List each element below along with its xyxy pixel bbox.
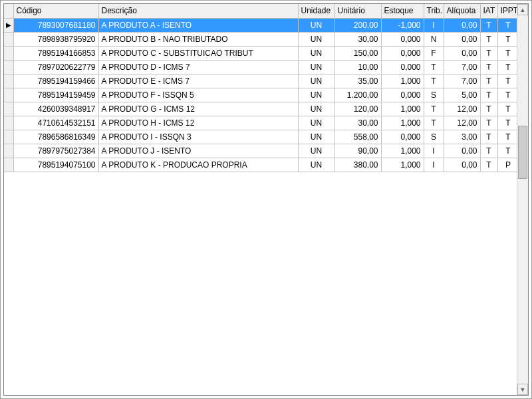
cell-codigo[interactable]: 7895194159459 bbox=[13, 88, 98, 102]
cell-descricao[interactable]: A PRODUTO G - ICMS 12 bbox=[98, 102, 298, 116]
cell-unidade[interactable]: UN bbox=[298, 32, 334, 46]
cell-trib[interactable]: T bbox=[424, 60, 444, 74]
cell-unitario[interactable]: 200,00 bbox=[334, 18, 381, 32]
cell-trib[interactable]: I bbox=[424, 158, 444, 172]
cell-unidade[interactable]: UN bbox=[298, 18, 334, 32]
table-row[interactable]: 7895194075100A PRODUTO K - PRODUCAO PROP… bbox=[4, 158, 517, 172]
cell-ippt[interactable]: T bbox=[497, 18, 517, 32]
header-iat[interactable]: IAT bbox=[480, 4, 497, 18]
cell-unidade[interactable]: UN bbox=[298, 116, 334, 130]
table-row[interactable]: 4260039348917A PRODUTO G - ICMS 12UN120,… bbox=[4, 102, 517, 116]
cell-ippt[interactable]: T bbox=[497, 74, 517, 88]
table-row[interactable]: 7898938795920A PRODUTO B - NAO TRIBUTADO… bbox=[4, 32, 517, 46]
cell-unitario[interactable]: 90,00 bbox=[334, 144, 381, 158]
cell-descricao[interactable]: A PRODUTO K - PRODUCAO PROPRIA bbox=[98, 158, 298, 172]
table-row[interactable]: 7897975027384A PRODUTO J - ISENTOUN90,00… bbox=[4, 144, 517, 158]
table-row[interactable]: 7895194159459A PRODUTO F - ISSQN 5UN1.20… bbox=[4, 88, 517, 102]
cell-estoque[interactable]: 1,000 bbox=[381, 102, 424, 116]
header-estoque[interactable]: Estoque bbox=[381, 4, 424, 18]
cell-unidade[interactable]: UN bbox=[298, 102, 334, 116]
scroll-up-button[interactable]: ▲ bbox=[517, 4, 528, 15]
cell-aliquota[interactable]: 7,00 bbox=[444, 60, 480, 74]
cell-aliquota[interactable]: 3,00 bbox=[444, 130, 480, 144]
cell-unitario[interactable]: 120,00 bbox=[334, 102, 381, 116]
header-aliquota[interactable]: Alíquota bbox=[444, 4, 480, 18]
cell-trib[interactable]: T bbox=[424, 74, 444, 88]
cell-trib[interactable]: S bbox=[424, 88, 444, 102]
cell-codigo[interactable]: 7898938795920 bbox=[13, 32, 98, 46]
cell-estoque[interactable]: 0,000 bbox=[381, 60, 424, 74]
table-row[interactable]: 7895194159466A PRODUTO E - ICMS 7UN35,00… bbox=[4, 74, 517, 88]
cell-trib[interactable]: N bbox=[424, 32, 444, 46]
table-row[interactable]: 4710614532151A PRODUTO H - ICMS 12UN30,0… bbox=[4, 116, 517, 130]
cell-aliquota[interactable]: 5,00 bbox=[444, 88, 480, 102]
cell-iat[interactable]: T bbox=[480, 88, 497, 102]
cell-codigo[interactable]: 7897975027384 bbox=[13, 144, 98, 158]
cell-unitario[interactable]: 380,00 bbox=[334, 158, 381, 172]
cell-estoque[interactable]: 0,000 bbox=[381, 32, 424, 46]
table-row[interactable]: 7895194166853A PRODUTO C - SUBSTITUICAO … bbox=[4, 46, 517, 60]
cell-ippt[interactable]: T bbox=[497, 102, 517, 116]
cell-codigo[interactable]: 4710614532151 bbox=[13, 116, 98, 130]
cell-trib[interactable]: T bbox=[424, 116, 444, 130]
cell-aliquota[interactable]: 0,00 bbox=[444, 158, 480, 172]
table-row[interactable]: 7896586816349A PRODUTO I - ISSQN 3UN558,… bbox=[4, 130, 517, 144]
cell-unitario[interactable]: 30,00 bbox=[334, 116, 381, 130]
cell-descricao[interactable]: A PRODUTO F - ISSQN 5 bbox=[98, 88, 298, 102]
cell-iat[interactable]: T bbox=[480, 74, 497, 88]
cell-aliquota[interactable]: 7,00 bbox=[444, 74, 480, 88]
cell-ippt[interactable]: T bbox=[497, 116, 517, 130]
header-descricao[interactable]: Descrição bbox=[98, 4, 298, 18]
products-table[interactable]: Código Descrição Unidade Unitário Estoqu… bbox=[4, 4, 517, 172]
header-codigo[interactable]: Código bbox=[13, 4, 98, 18]
cell-estoque[interactable]: 0,000 bbox=[381, 88, 424, 102]
cell-codigo[interactable]: 4260039348917 bbox=[13, 102, 98, 116]
header-unitario[interactable]: Unitário bbox=[334, 4, 381, 18]
cell-iat[interactable]: T bbox=[480, 46, 497, 60]
cell-aliquota[interactable]: 12,00 bbox=[444, 102, 480, 116]
cell-estoque[interactable]: 1,000 bbox=[381, 144, 424, 158]
cell-unidade[interactable]: UN bbox=[298, 46, 334, 60]
cell-descricao[interactable]: A PRODUTO C - SUBSTITUICAO TRIBUT bbox=[98, 46, 298, 60]
cell-codigo[interactable]: 7896586816349 bbox=[13, 130, 98, 144]
cell-codigo[interactable]: 7893007681180 bbox=[13, 18, 98, 32]
cell-unitario[interactable]: 30,00 bbox=[334, 32, 381, 46]
cell-estoque[interactable]: 1,000 bbox=[381, 158, 424, 172]
cell-trib[interactable]: T bbox=[424, 102, 444, 116]
cell-iat[interactable]: T bbox=[480, 102, 497, 116]
cell-unitario[interactable]: 10,00 bbox=[334, 60, 381, 74]
header-trib[interactable]: Trib. bbox=[424, 4, 444, 18]
cell-unidade[interactable]: UN bbox=[298, 60, 334, 74]
cell-descricao[interactable]: A PRODUTO B - NAO TRIBUTADO bbox=[98, 32, 298, 46]
cell-codigo[interactable]: 7895194159466 bbox=[13, 74, 98, 88]
cell-codigo[interactable]: 7895194075100 bbox=[13, 158, 98, 172]
cell-trib[interactable]: I bbox=[424, 144, 444, 158]
cell-codigo[interactable]: 7897020622779 bbox=[13, 60, 98, 74]
cell-descricao[interactable]: A PRODUTO I - ISSQN 3 bbox=[98, 130, 298, 144]
cell-aliquota[interactable]: 0,00 bbox=[444, 46, 480, 60]
scroll-down-button[interactable]: ▼ bbox=[517, 384, 528, 395]
cell-estoque[interactable]: -1,000 bbox=[381, 18, 424, 32]
scroll-thumb[interactable] bbox=[518, 126, 527, 179]
cell-iat[interactable]: T bbox=[480, 60, 497, 74]
cell-unitario[interactable]: 1.200,00 bbox=[334, 88, 381, 102]
scroll-track[interactable] bbox=[517, 15, 528, 384]
cell-trib[interactable]: F bbox=[424, 46, 444, 60]
data-grid[interactable]: Código Descrição Unidade Unitário Estoqu… bbox=[4, 4, 517, 395]
cell-unitario[interactable]: 558,00 bbox=[334, 130, 381, 144]
cell-ippt[interactable]: T bbox=[497, 60, 517, 74]
cell-ippt[interactable]: T bbox=[497, 46, 517, 60]
cell-unidade[interactable]: UN bbox=[298, 130, 334, 144]
cell-unitario[interactable]: 35,00 bbox=[334, 74, 381, 88]
cell-descricao[interactable]: A PRODUTO E - ICMS 7 bbox=[98, 74, 298, 88]
cell-aliquota[interactable]: 0,00 bbox=[444, 18, 480, 32]
cell-descricao[interactable]: A PRODUTO D - ICMS 7 bbox=[98, 60, 298, 74]
cell-unidade[interactable]: UN bbox=[298, 74, 334, 88]
cell-ippt[interactable]: T bbox=[497, 88, 517, 102]
cell-iat[interactable]: T bbox=[480, 116, 497, 130]
cell-estoque[interactable]: 0,000 bbox=[381, 130, 424, 144]
table-row[interactable]: ▶7893007681180A PRODUTO A - ISENTOUN200,… bbox=[4, 18, 517, 32]
vertical-scrollbar[interactable]: ▲ ▼ bbox=[517, 4, 528, 395]
cell-descricao[interactable]: A PRODUTO J - ISENTO bbox=[98, 144, 298, 158]
cell-descricao[interactable]: A PRODUTO A - ISENTO bbox=[98, 18, 298, 32]
